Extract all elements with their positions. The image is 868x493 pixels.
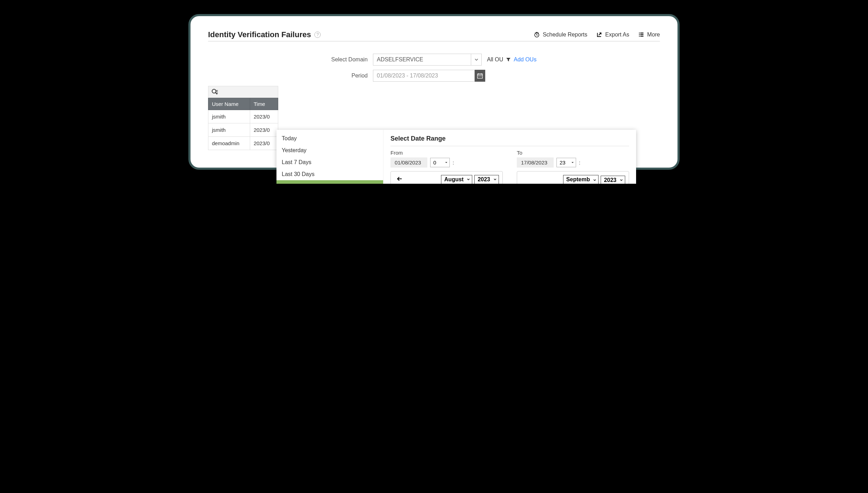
svg-point-10 bbox=[481, 76, 482, 77]
svg-point-11 bbox=[212, 89, 216, 93]
export-icon bbox=[596, 32, 602, 38]
page-title: Identity Verification Failures bbox=[208, 30, 311, 39]
ou-label: All OU bbox=[487, 56, 503, 63]
to-hour-select[interactable]: 23 bbox=[556, 158, 576, 167]
period-label: Period bbox=[208, 73, 368, 79]
colon-separator: : bbox=[579, 160, 580, 166]
table-cell: jsmith bbox=[208, 123, 250, 137]
table-header[interactable]: Time bbox=[250, 98, 278, 110]
chevron-down-icon bbox=[471, 54, 481, 65]
to-calendar: Septemb 2023 SuMoTuWeThFrSa2728293031123… bbox=[517, 171, 629, 184]
to-label: To bbox=[517, 150, 629, 156]
from-column: From 01/08/2023 0 : August 2023 bbox=[390, 150, 503, 184]
from-calendar: August 2023 SuMoTuWeThFrSa30311234567891… bbox=[390, 171, 503, 184]
filter-icon[interactable] bbox=[506, 57, 511, 62]
from-date-input[interactable]: 01/08/2023 bbox=[390, 157, 427, 168]
add-ous-link[interactable]: Add OUs bbox=[514, 56, 536, 63]
svg-rect-7 bbox=[478, 74, 482, 79]
month-select-left[interactable]: August bbox=[441, 175, 472, 184]
results-table: User NameTime jsmith2023/0jsmith2023/0de… bbox=[208, 98, 278, 150]
period-value: 01/08/2023 - 17/08/2023 bbox=[377, 73, 438, 79]
schedule-reports-button[interactable]: Schedule Reports bbox=[534, 32, 587, 38]
prev-month-button[interactable] bbox=[396, 176, 402, 183]
range-title: Select Date Range bbox=[390, 135, 629, 146]
clock-icon bbox=[534, 32, 540, 38]
caret-down-icon bbox=[571, 161, 574, 164]
svg-rect-2 bbox=[640, 34, 643, 35]
domain-label: Select Domain bbox=[208, 56, 368, 63]
svg-rect-4 bbox=[640, 36, 643, 36]
svg-rect-5 bbox=[639, 33, 640, 33]
caret-down-icon bbox=[445, 161, 448, 164]
more-icon bbox=[638, 32, 645, 38]
table-cell: 2023/0 bbox=[250, 110, 278, 123]
table-row[interactable]: jsmith2023/0 bbox=[208, 123, 278, 137]
svg-rect-1 bbox=[639, 34, 640, 35]
table-cell: demoadmin bbox=[208, 137, 250, 150]
preset-item[interactable]: This month bbox=[276, 180, 383, 184]
more-button[interactable]: More bbox=[638, 32, 660, 38]
table-cell: 2023/0 bbox=[250, 123, 278, 137]
more-label: More bbox=[647, 32, 660, 38]
daterange-popup: TodayYesterdayLast 7 DaysLast 30 DaysThi… bbox=[276, 130, 636, 184]
ou-group: All OU Add OUs bbox=[487, 56, 536, 63]
preset-item[interactable]: Last 30 Days bbox=[276, 168, 383, 180]
to-date-input[interactable]: 17/08/2023 bbox=[517, 157, 554, 168]
calendar-button[interactable] bbox=[475, 70, 485, 82]
table-area: User NameTime jsmith2023/0jsmith2023/0de… bbox=[208, 86, 660, 150]
calendar-icon bbox=[477, 73, 483, 79]
year-select-left[interactable]: 2023 bbox=[474, 175, 499, 184]
domain-select[interactable]: ADSELFSERVICE bbox=[373, 54, 482, 66]
export-label: Export As bbox=[605, 32, 629, 38]
chevron-down-icon bbox=[493, 178, 497, 181]
domain-row: Select Domain ADSELFSERVICE All OU Add O… bbox=[208, 54, 536, 66]
svg-point-8 bbox=[479, 76, 479, 77]
title-group: Identity Verification Failures ? bbox=[208, 30, 321, 39]
chevron-down-icon bbox=[620, 178, 623, 182]
svg-rect-3 bbox=[639, 36, 640, 36]
report-window: Identity Verification Failures ? Schedul… bbox=[188, 14, 680, 170]
header-row: Identity Verification Failures ? Schedul… bbox=[208, 30, 660, 41]
month-select-right[interactable]: Septemb bbox=[563, 175, 599, 184]
year-select-right[interactable]: 2023 bbox=[601, 176, 625, 184]
table-cell: jsmith bbox=[208, 110, 250, 123]
controls: Select Domain ADSELFSERVICE All OU Add O… bbox=[208, 54, 660, 82]
search-icon bbox=[211, 88, 218, 95]
table-header[interactable]: User Name bbox=[208, 98, 250, 110]
table-cell: 2023/0 bbox=[250, 137, 278, 150]
from-hour-select[interactable]: 0 bbox=[430, 158, 450, 167]
period-row: Period 01/08/2023 - 17/08/2023 bbox=[208, 70, 485, 82]
preset-item[interactable]: Last 7 Days bbox=[276, 156, 383, 168]
colon-separator: : bbox=[453, 160, 454, 166]
table-search[interactable] bbox=[208, 86, 278, 98]
to-column: To 17/08/2023 23 : Septemb 2023 bbox=[517, 150, 629, 184]
range-panel: Select Date Range From 01/08/2023 0 : A bbox=[383, 130, 636, 184]
chevron-down-icon bbox=[467, 178, 470, 181]
table-row[interactable]: jsmith2023/0 bbox=[208, 110, 278, 123]
schedule-label: Schedule Reports bbox=[543, 32, 587, 38]
from-label: From bbox=[390, 150, 503, 156]
preset-item[interactable]: Today bbox=[276, 133, 383, 144]
chevron-down-icon bbox=[593, 178, 596, 182]
svg-point-9 bbox=[480, 76, 480, 77]
header-actions: Schedule Reports Export As More bbox=[534, 32, 660, 38]
help-icon[interactable]: ? bbox=[314, 32, 321, 38]
domain-value: ADSELFSERVICE bbox=[377, 56, 423, 63]
period-input[interactable]: 01/08/2023 - 17/08/2023 bbox=[373, 70, 475, 82]
table-row[interactable]: demoadmin2023/0 bbox=[208, 137, 278, 150]
export-button[interactable]: Export As bbox=[596, 32, 629, 38]
svg-rect-6 bbox=[640, 33, 643, 33]
preset-item[interactable]: Yesterday bbox=[276, 144, 383, 156]
preset-list: TodayYesterdayLast 7 DaysLast 30 DaysThi… bbox=[276, 130, 383, 184]
